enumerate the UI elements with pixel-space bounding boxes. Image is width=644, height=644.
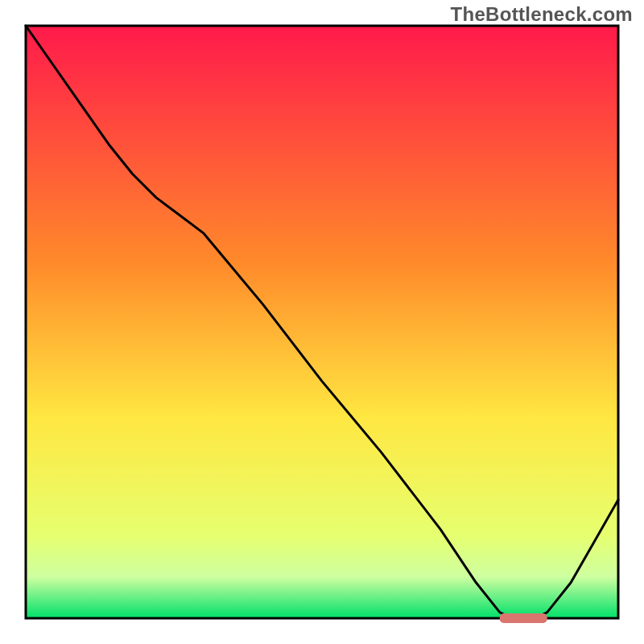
plot-background	[26, 26, 618, 618]
bottleneck-chart	[0, 0, 644, 644]
chart-stage: TheBottleneck.com	[0, 0, 644, 644]
watermark-text: TheBottleneck.com	[451, 3, 633, 26]
optimal-marker	[500, 613, 547, 623]
